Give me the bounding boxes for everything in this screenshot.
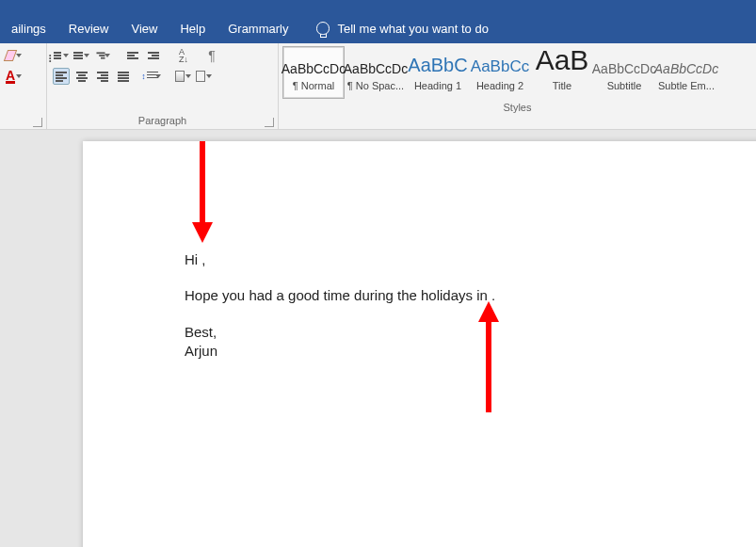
increase-indent-icon: [148, 52, 159, 59]
eraser-icon: [4, 50, 17, 61]
align-right-button[interactable]: [94, 68, 111, 85]
align-right-icon: [97, 72, 108, 82]
decrease-indent-icon: [127, 52, 138, 59]
ribbon-tabs: ailings Review View Help Grammarly Tell …: [0, 13, 756, 43]
group-paragraph: AZ↓ ¶: [47, 43, 279, 130]
shading-icon: [175, 71, 185, 82]
align-left-icon: [56, 72, 67, 82]
bullets-button[interactable]: [53, 47, 70, 64]
style-name: Subtitle: [607, 80, 642, 91]
tell-me-search[interactable]: Tell me what you want to do: [316, 22, 488, 36]
style-sample: AaBbCcDc: [281, 54, 346, 76]
tab-grammarly[interactable]: Grammarly: [217, 13, 299, 43]
doc-line-2[interactable]: Hope you had a good time during the holi…: [185, 286, 734, 305]
style-name: ¶ Normal: [293, 80, 334, 91]
style-name: Subtle Em...: [658, 80, 715, 91]
document-page[interactable]: Hi , Hope you had a good time during the…: [83, 141, 756, 547]
tab-view[interactable]: View: [120, 13, 169, 43]
paragraph-dialog-launcher[interactable]: [265, 118, 274, 127]
style-name: Title: [553, 80, 571, 91]
tab-mailings[interactable]: ailings: [0, 13, 57, 43]
style-sample: AaB: [536, 54, 589, 76]
justify-icon: [118, 72, 129, 82]
tell-me-label: Tell me what you want to do: [337, 22, 488, 36]
style-tile-subtle-em---[interactable]: AaBbCcDcSubtle Em...: [655, 46, 717, 99]
group-font-partial: A: [0, 43, 47, 130]
ribbon: A: [0, 43, 756, 130]
group-font-label: [0, 113, 46, 130]
decrease-indent-button[interactable]: [124, 47, 141, 64]
show-hide-marks-button[interactable]: ¶: [203, 47, 220, 64]
numbering-icon: [73, 52, 83, 59]
style-tile---no-spac---[interactable]: AaBbCcDc¶ No Spac...: [345, 46, 407, 99]
sort-button[interactable]: AZ↓: [175, 47, 192, 64]
doc-line-4[interactable]: Arjun: [185, 342, 734, 361]
font-dialog-launcher[interactable]: [33, 118, 42, 127]
borders-button[interactable]: [196, 68, 213, 85]
style-sample: AaBbCc: [471, 54, 529, 76]
document-body[interactable]: Hi , Hope you had a good time during the…: [185, 250, 734, 361]
line-spacing-button[interactable]: ↕: [145, 68, 162, 85]
align-center-icon: [76, 72, 88, 82]
sort-icon: AZ↓: [179, 48, 188, 63]
style-sample: AaBbCcDc: [654, 54, 718, 76]
borders-icon: [196, 71, 205, 82]
multilevel-list-button[interactable]: [94, 47, 111, 64]
paragraph-label-text: Paragraph: [138, 115, 186, 126]
style-sample: AaBbCcDc: [344, 54, 408, 76]
align-center-button[interactable]: [73, 68, 90, 85]
group-paragraph-label: Paragraph: [47, 113, 278, 130]
style-tile-heading-1[interactable]: AaBbCHeading 1: [407, 46, 469, 99]
bullets-icon: [54, 52, 61, 59]
styles-gallery[interactable]: AaBbCcDc¶ NormalAaBbCcDc¶ No Spac...AaBb…: [279, 43, 756, 100]
align-left-button[interactable]: [53, 68, 70, 85]
tab-help[interactable]: Help: [169, 13, 217, 43]
clear-formatting-button[interactable]: [6, 47, 23, 64]
doc-line-3[interactable]: Best,: [185, 323, 734, 342]
style-name: ¶ No Spac...: [347, 80, 404, 91]
line-spacing-icon: ↕: [141, 72, 158, 81]
doc-line-1[interactable]: Hi ,: [185, 250, 734, 269]
document-canvas[interactable]: Hi , Hope you had a good time during the…: [0, 130, 756, 547]
style-tile---normal[interactable]: AaBbCcDc¶ Normal: [282, 46, 345, 99]
style-tile-heading-2[interactable]: AaBbCcHeading 2: [469, 46, 531, 99]
titlebar: [0, 0, 756, 13]
styles-label-text: Styles: [504, 102, 532, 113]
tab-review[interactable]: Review: [57, 13, 121, 43]
shading-button[interactable]: [175, 68, 192, 85]
increase-indent-button[interactable]: [145, 47, 162, 64]
pilcrow-icon: ¶: [208, 48, 216, 63]
style-sample: AaBbCcDc: [592, 54, 656, 76]
style-name: Heading 2: [476, 80, 523, 91]
group-styles: AaBbCcDc¶ NormalAaBbCcDc¶ No Spac...AaBb…: [279, 43, 756, 130]
style-sample: AaBbC: [408, 54, 467, 76]
justify-button[interactable]: [115, 68, 132, 85]
font-color-icon: A: [6, 70, 15, 84]
numbering-button[interactable]: [73, 47, 90, 64]
lightbulb-icon: [316, 22, 330, 35]
style-name: Heading 1: [414, 80, 461, 91]
style-tile-subtitle[interactable]: AaBbCcDcSubtitle: [593, 46, 655, 99]
multilevel-icon: [97, 52, 105, 58]
group-styles-label: Styles: [279, 100, 756, 117]
style-tile-title[interactable]: AaBTitle: [531, 46, 593, 99]
font-color-button[interactable]: A: [6, 68, 23, 85]
